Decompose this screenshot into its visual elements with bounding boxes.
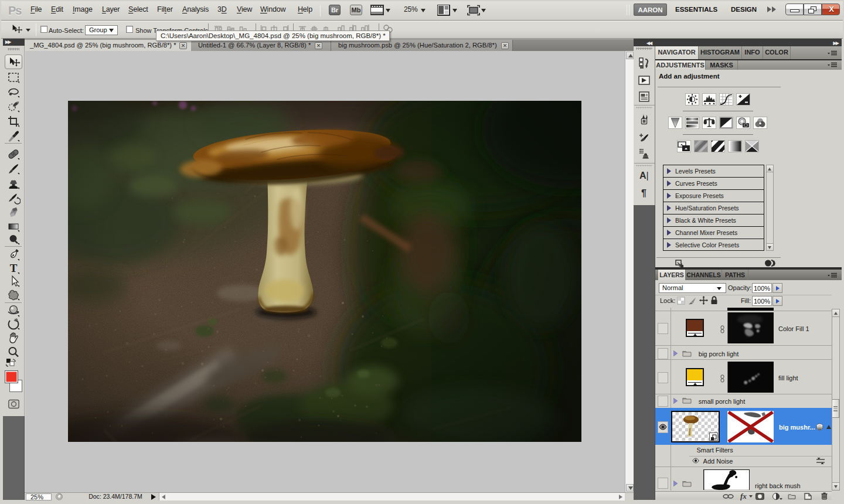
svg-text:T: T bbox=[10, 262, 18, 274]
